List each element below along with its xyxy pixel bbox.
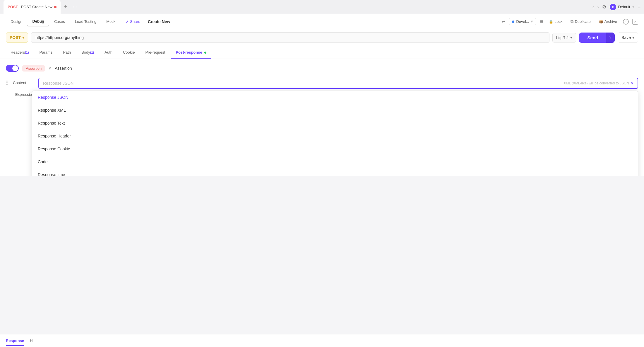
env-name: Devel...: [516, 19, 529, 24]
content-area: Content Response JSON XML (XML-like) wil…: [6, 78, 638, 97]
content-placeholder: Response JSON: [43, 81, 73, 86]
tab-cookie[interactable]: Cookie: [118, 46, 139, 59]
lock-button[interactable]: Lock: [547, 18, 565, 25]
archive-icon: [599, 19, 603, 24]
content-selector[interactable]: Response JSON XML (XML-like) will be con…: [38, 78, 638, 89]
user-profile[interactable]: D Default ∨: [610, 4, 634, 10]
tab-pre-request[interactable]: Pre-request: [141, 46, 170, 59]
dropdown-item-response-header[interactable]: Response Header: [32, 130, 638, 142]
chevron-down-icon: ∨: [570, 36, 572, 40]
env-dot: [512, 21, 514, 23]
main-content: Assertion ∨ Assertion Content: [0, 59, 644, 176]
duplicate-button[interactable]: Duplicate: [568, 18, 593, 25]
expand-icon[interactable]: ⤢: [632, 19, 638, 25]
assertion-row: Assertion ∨ Assertion: [6, 65, 638, 72]
send-button[interactable]: Send: [579, 33, 606, 43]
method-selector[interactable]: POST ∨: [6, 33, 28, 42]
protocol-selector[interactable]: http/1.1 ∨: [552, 33, 576, 42]
tab-path[interactable]: Path: [58, 46, 76, 59]
content-row: Content Response JSON XML (XML-like) wil…: [6, 78, 638, 89]
toolbar-right: ⇌ Devel... ∨ ≡ Lock Duplicate Archive ✓ …: [501, 18, 638, 25]
tab-share[interactable]: ↗ Share: [121, 17, 145, 26]
tab-mock[interactable]: Mock: [102, 17, 120, 26]
environment-selector[interactable]: Devel... ∨: [509, 18, 536, 25]
tab-params[interactable]: Params: [35, 46, 57, 59]
nav-forward-button[interactable]: ›: [597, 5, 599, 9]
dropdown-item-response-xml[interactable]: Response XML: [32, 104, 638, 117]
dropdown-item-code[interactable]: Code: [32, 155, 638, 168]
duplicate-icon: [571, 19, 573, 24]
user-name: Default: [618, 5, 630, 9]
chevron-down-icon: ∨: [632, 36, 634, 40]
assertion-chevron-icon[interactable]: ∨: [49, 66, 51, 70]
url-input[interactable]: [31, 32, 549, 43]
xml-note: XML (XML-like) will be converted to JSON: [564, 81, 629, 85]
active-indicator-dot: [204, 52, 206, 54]
dropdown-item-response-cookie[interactable]: Response Cookie: [32, 142, 638, 155]
content-label: Content: [13, 78, 35, 85]
chevron-down-icon: ∨: [632, 5, 634, 9]
assertion-badge[interactable]: Assertion: [22, 65, 45, 72]
menu-icon[interactable]: ≡: [638, 4, 640, 10]
tab-more-button[interactable]: ···: [71, 3, 79, 11]
content-select-right: XML (XML-like) will be converted to JSON…: [564, 81, 633, 85]
send-group: Send ∨: [579, 33, 615, 43]
method-value: POST: [10, 35, 21, 40]
send-dropdown-button[interactable]: ∨: [606, 33, 615, 43]
nav-back-button[interactable]: ‹: [592, 5, 594, 9]
share-icon: ↗: [125, 19, 129, 24]
url-bar: POST ∨ http/1.1 ∨ Send ∨ Save ∨: [0, 29, 644, 46]
archive-button[interactable]: Archive: [597, 18, 619, 25]
gear-icon[interactable]: ⚙: [602, 4, 606, 10]
dropdown-item-response-text[interactable]: Response Text: [32, 117, 638, 130]
tab-design[interactable]: Design: [6, 17, 27, 26]
assertion-toggle[interactable]: [6, 65, 19, 72]
assertion-label: Assertion: [55, 66, 72, 71]
chevron-down-icon: ∨: [631, 81, 633, 85]
tab-post-create-new[interactable]: POST POST Create New: [4, 0, 61, 14]
tab-title: POST Create New: [21, 5, 52, 9]
tab-post-response[interactable]: Post-response: [171, 46, 211, 59]
lock-icon: [549, 19, 553, 24]
toolbar: Design Debug Cases Load Testing Mock ↗ S…: [0, 14, 644, 29]
tab-active-dot: [54, 6, 56, 8]
tab-body[interactable]: Body(1): [77, 46, 99, 59]
save-button[interactable]: Save ∨: [618, 33, 638, 42]
dropdown-item-response-time[interactable]: Response time: [32, 168, 638, 176]
align-icon[interactable]: ⇌: [501, 19, 505, 24]
chevron-down-icon: ∨: [22, 36, 24, 40]
dropdown-item-response-json[interactable]: Response JSON: [32, 91, 638, 104]
tab-cases[interactable]: Cases: [49, 17, 70, 26]
list-icon[interactable]: ≡: [540, 18, 543, 25]
tab-add-button[interactable]: +: [62, 3, 70, 11]
tab-load-testing[interactable]: Load Testing: [70, 17, 101, 26]
content-dropdown: Response JSON Response XML Response Text…: [32, 91, 638, 176]
chevron-down-icon: ∨: [531, 20, 533, 23]
toggle-knob: [12, 65, 18, 71]
protocol-value: http/1.1: [556, 35, 569, 40]
tab-auth[interactable]: Auth: [100, 46, 117, 59]
page-title: Create New: [148, 19, 170, 24]
request-tabs: Headers(1) Params Path Body(1) Auth Cook…: [0, 46, 644, 59]
checkmark-icon[interactable]: ✓: [623, 19, 629, 25]
method-label: POST: [8, 5, 18, 9]
tab-bar: POST POST Create New + ··· ‹ › ⚙ D Defau…: [0, 0, 644, 14]
drag-handle[interactable]: [6, 78, 8, 85]
tab-headers[interactable]: Headers(1): [6, 46, 34, 59]
avatar: D: [610, 4, 616, 10]
tab-debug[interactable]: Debug: [28, 17, 49, 26]
tab-bar-right: ‹ › ⚙ D Default ∨ ≡: [592, 4, 640, 10]
